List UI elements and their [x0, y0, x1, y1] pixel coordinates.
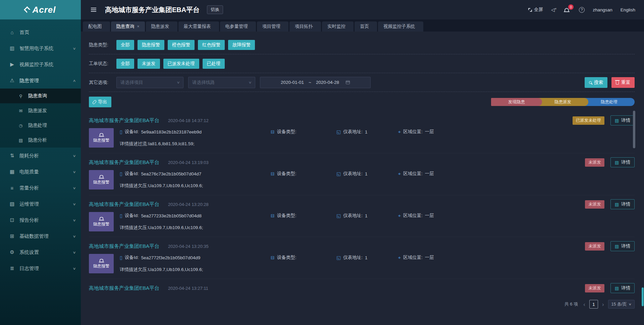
detail-button[interactable]: ▤ 详情: [610, 157, 635, 167]
alarm-type-label: 隐患报警: [93, 263, 109, 269]
item-title-link[interactable]: 高地城市服务产业集团EBA平台: [89, 201, 159, 208]
sidebar-item-log-management[interactable]: ≣ 日志管理 ∨: [0, 260, 81, 276]
sidebar-item-smart-power[interactable]: ▥ 智慧用电子系统 ∨: [0, 40, 81, 56]
sidebar-item-demand-analysis[interactable]: ≡ 需量分析 ∨: [0, 180, 81, 196]
tab-label: 配电图: [88, 23, 102, 30]
sidebar-item-label: 报告分析: [19, 217, 39, 223]
paperclip-icon: [92, 100, 97, 104]
device-type-field: ⊟ 设备类型:: [271, 129, 336, 135]
sidebar-item-report-analysis[interactable]: ⊡ 报告分析 ∨: [0, 212, 81, 228]
list-scrollbar-thumb[interactable]: [633, 111, 635, 148]
brand-name: Acrel: [32, 5, 56, 15]
item-title-link[interactable]: 高地城市服务产业集团EBA平台: [89, 159, 159, 166]
header-actions: 全屏 ◁× 0 ? zhangsan English: [528, 7, 635, 13]
mute-icon[interactable]: ◁×: [551, 7, 556, 12]
tab-label: 首页: [360, 23, 369, 30]
chevron-icon: ∨: [72, 202, 76, 206]
tab-video-monitor[interactable]: 视频监控子系统: [378, 21, 423, 32]
line-select-placeholder: 请选择线路: [192, 79, 215, 86]
detail-button[interactable]: ▤ 详情: [610, 283, 635, 293]
order-status-option[interactable]: 已处理: [203, 59, 225, 69]
hazard-type-option[interactable]: 全部: [116, 40, 134, 50]
next-page-button[interactable]: ›: [602, 302, 604, 307]
tab-hazard-query[interactable]: 隐患查询 ×: [111, 21, 145, 32]
hazard-type-option[interactable]: 橙色报警: [168, 40, 195, 50]
item-title-link[interactable]: 高地城市服务产业集团EBA平台: [89, 117, 159, 124]
item-title-link[interactable]: 高地城市服务产业集团EBA平台: [89, 285, 159, 291]
notifications-button[interactable]: 0: [565, 7, 571, 12]
sidebar-item-label: 智慧用电子系统: [19, 45, 54, 52]
hazard-type-option[interactable]: 故障报警: [228, 40, 255, 50]
sidebar-item-hazard-management[interactable]: ⚠ 隐患管理 ∧: [0, 72, 81, 89]
switch-button[interactable]: 切换: [207, 5, 223, 14]
tab-hazard-dispatch[interactable]: 隐患派发: [146, 21, 177, 32]
hazard-type-option[interactable]: 隐患报警: [138, 40, 164, 50]
help-icon[interactable]: ?: [579, 7, 585, 13]
sidebar-item-home[interactable]: ⌂ 首页: [0, 24, 81, 40]
tab-project-topology[interactable]: 项目拓扑: [289, 21, 321, 32]
sidebar-item-base-data[interactable]: ⊞ 基础数据管理 ∨: [0, 228, 81, 244]
order-status-option[interactable]: 全部: [116, 59, 134, 69]
device-type-label: 设备类型:: [277, 213, 297, 219]
tab-project-management[interactable]: 项目管理: [257, 21, 288, 32]
sidebar-item-energy-analysis[interactable]: ⇅ 能耗分析 ∨: [0, 148, 81, 164]
order-status-label: 工单状态:: [89, 61, 116, 67]
notification-badge: 0: [568, 4, 574, 10]
document-icon: ▤: [615, 160, 619, 165]
sidebar-item-power-quality[interactable]: ▦ 电能质量 ∨: [0, 164, 81, 180]
device-id-icon: ▯: [120, 171, 122, 176]
page-size-value: 15 条/页: [611, 302, 627, 307]
tab-max-demand-report[interactable]: 最大需量报表: [178, 21, 219, 32]
sidebar-item-hazard-handling[interactable]: ◷ 隐患处理: [0, 118, 81, 133]
project-select-placeholder: 请选择项目: [120, 79, 143, 86]
export-button[interactable]: 导出: [89, 97, 111, 107]
item-title-link[interactable]: 高地城市服务产业集团EBA平台: [89, 243, 159, 250]
detail-button[interactable]: ▤ 详情: [610, 241, 635, 251]
page-size-select[interactable]: 15 条/页 ∨: [608, 300, 635, 309]
collapse-menu-icon[interactable]: [90, 7, 98, 12]
device-id-label: 设备Id:: [125, 171, 139, 177]
warning-icon: ⚠: [9, 77, 15, 84]
alarm-bell-icon: [99, 133, 103, 136]
sidebar-item-hazard-analysis[interactable]: ▤ 隐患分析: [0, 133, 81, 148]
page-scrollbar-thumb[interactable]: [642, 287, 644, 306]
alarm-type-badge: 隐患报警: [89, 128, 114, 148]
chevron-icon: ∨: [72, 170, 76, 174]
language-switcher[interactable]: English: [621, 7, 635, 12]
chevron-icon: ∨: [72, 234, 76, 238]
close-icon[interactable]: ×: [137, 24, 140, 29]
calendar-icon: [346, 80, 350, 84]
order-status-option[interactable]: 未派发: [138, 59, 160, 69]
date-range-picker[interactable]: 2020-01-01 ~ 2020-04-28: [260, 77, 371, 88]
item-header: 高地城市服务产业集团EBA平台 2020-04-24 13:20:28 未派发 …: [89, 200, 635, 209]
sidebar-item-hazard-query[interactable]: ⚲ 隐患查询: [0, 89, 81, 103]
search-button[interactable]: 搜索: [585, 77, 607, 88]
sidebar-item-label: 基础数据管理: [19, 233, 49, 239]
detail-button[interactable]: ▤ 详情: [610, 115, 635, 125]
username[interactable]: zhangsan: [593, 7, 612, 12]
alarm-type-label: 隐患报警: [93, 138, 109, 143]
filter-row-other: 其它选项: 请选择项目 ∨ 请选择线路 ∨ 2020-01-01 ~ 2020-…: [89, 73, 635, 92]
prev-page-button[interactable]: ‹: [583, 302, 585, 307]
sidebar-item-video-monitor[interactable]: ▶ 视频监控子系统: [0, 56, 81, 72]
tab-distribution-map[interactable]: 配电图: [83, 21, 110, 32]
reset-button[interactable]: 重置: [611, 77, 635, 88]
line-select[interactable]: 请选择线路 ∨: [188, 77, 255, 88]
item-timestamp: 2020-04-24 13:20:35: [168, 244, 209, 249]
item-body: 隐患报警 ▯ 设备Id: 5ea2772f3e2b1b05b07d04d9: [89, 254, 635, 273]
tab-home[interactable]: 首页: [355, 21, 377, 32]
sidebar-item-ops-management[interactable]: ▧ 运维管理 ∨: [0, 196, 81, 212]
tab-realtime-monitor[interactable]: 实时监控: [322, 21, 354, 32]
fullscreen-button[interactable]: 全屏: [528, 7, 543, 13]
device-type-icon: ⊟: [271, 129, 275, 134]
brand-logo: Acrel: [0, 0, 81, 19]
sidebar-item-system-settings[interactable]: ⚙ 系统设置 ∨: [0, 244, 81, 260]
order-status-option[interactable]: 已派发未处理: [163, 59, 199, 69]
current-page[interactable]: 1: [589, 300, 598, 309]
alarm-bell-icon: [99, 217, 103, 220]
hazard-type-option[interactable]: 红色报警: [198, 40, 225, 50]
tab-electrical-params[interactable]: 电参量管理: [220, 21, 256, 32]
project-select[interactable]: 请选择项目 ∨: [116, 77, 183, 88]
sidebar-item-hazard-dispatch[interactable]: ✉ 隐患派发: [0, 103, 81, 118]
detail-button[interactable]: ▤ 详情: [610, 199, 635, 209]
